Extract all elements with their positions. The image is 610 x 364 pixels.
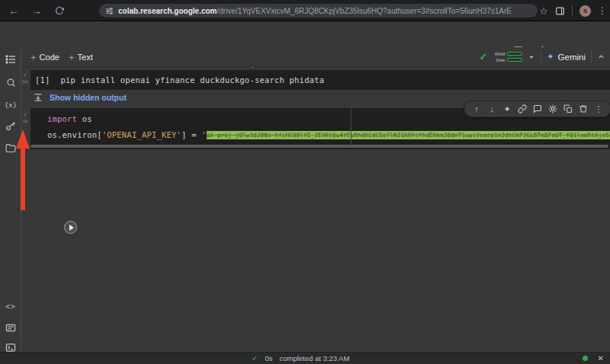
code-text: = [187, 130, 202, 139]
add-comment-icon[interactable] [532, 104, 543, 113]
close-status-bar-icon[interactable]: ✕ [598, 354, 604, 362]
move-cell-down-icon[interactable]: ↓ [486, 104, 497, 113]
toolbar-divider [591, 52, 592, 62]
colab-app-window: ← → colab.research.google.com/drive/1YqV… [0, 0, 610, 364]
copy-link-to-cell-icon[interactable] [517, 104, 528, 113]
string-openai-api-key: 'OPENAI_API_KEY' [102, 130, 181, 139]
colab-header: Untitled0.ipynb ☆ File Edit View Insert … [0, 21, 610, 47]
side-panel-icon[interactable] [555, 6, 565, 16]
browser-profile-avatar[interactable]: S [580, 5, 591, 17]
gemini-spark-icon: ✦ [547, 52, 554, 62]
red-annotation-arrow-head [16, 129, 30, 148]
add-text-button[interactable]: + Text [69, 51, 93, 63]
more-cell-actions-icon[interactable]: ⋮ [593, 104, 604, 114]
collapse-toolbar-icon[interactable] [597, 53, 605, 61]
code-snippets-icon[interactable]: <> [0, 297, 21, 315]
cell1-success-check-icon: ✓ [20, 72, 30, 78]
gemini-label: Gemini [558, 53, 586, 62]
show-hidden-output-button[interactable]: Show hidden output [34, 93, 127, 102]
site-settings-tune-icon[interactable] [105, 7, 114, 15]
bookmark-star-icon[interactable]: ☆ [539, 5, 548, 17]
url-domain: colab.research.google.com [118, 7, 217, 15]
ram-usage-bar [507, 52, 522, 56]
table-of-contents-icon[interactable] [0, 50, 21, 69]
code-text: os.environ [47, 130, 97, 139]
cell2-success-check-icon: ✓ [20, 111, 30, 118]
show-hidden-output-link[interactable]: Show hidden output [50, 93, 127, 102]
address-bar[interactable]: colab.research.google.com/drive/1YqVEXVx… [99, 4, 538, 18]
expand-output-icon [34, 93, 43, 102]
browser-back-icon[interactable]: ← [5, 2, 23, 20]
delete-cell-trash-icon[interactable] [578, 104, 589, 113]
gemini-spark-icon[interactable]: ✦ [502, 104, 512, 114]
run-cell-button[interactable] [64, 221, 77, 234]
toolbar-divider [541, 52, 541, 62]
ram-label: RAM [493, 52, 505, 56]
browser-toolbar: ← → colab.research.google.com/drive/1YqV… [0, 0, 610, 21]
red-annotation-arrow [21, 148, 25, 210]
cell1-exec-time: 11s [19, 79, 31, 84]
status-check-icon: ✓ [252, 354, 258, 362]
url-path: /drive/1YqVEXVxicvM_6RJQ8CKpjVbZ35lsu6HQ… [217, 7, 512, 15]
plus-icon: + [30, 52, 37, 63]
move-cell-up-icon[interactable]: ↑ [471, 104, 482, 113]
cell1-code[interactable]: pip install openai yfinance duckduckgo-s… [61, 75, 325, 85]
browser-reload-icon[interactable] [50, 2, 69, 20]
editor-column-ruler [351, 108, 352, 145]
search-icon[interactable] [0, 73, 21, 91]
disk-usage-bar [507, 58, 522, 62]
browser-forward-icon[interactable]: → [27, 2, 46, 20]
status-duration: 0s [265, 354, 272, 362]
toolbar-divider [572, 5, 573, 16]
disk-label: Disk [493, 58, 505, 62]
runtime-health-dot [583, 356, 588, 361]
keyword-import: import [47, 114, 77, 123]
add-code-label: Code [40, 53, 59, 62]
cell-actions-toolbar: ↑ ↓ ✦ ⋮ [464, 101, 610, 117]
add-text-label: Text [78, 53, 93, 62]
plus-icon: + [69, 52, 75, 63]
command-palette-icon[interactable] [0, 318, 21, 337]
code-cell-1[interactable]: [1]pip install openai yfinance duckduckg… [30, 70, 610, 90]
status-message: completed at 3:23 AM [279, 354, 349, 362]
variables-icon[interactable]: {x} [0, 96, 21, 114]
copy-cell-icon[interactable] [563, 104, 573, 113]
cell2-exec-time: 0s [19, 119, 31, 123]
cell1-exec-count: [1] [35, 75, 50, 85]
code-text: os [77, 114, 92, 123]
notebook-toolbar: + Code + Text ✓ RAM Disk ✦ Gemini [21, 47, 610, 67]
cell2-horizontal-scrollbar[interactable] [30, 145, 608, 148]
execution-status-bar: ✓ 0s completed at 3:23 AM ✕ [0, 352, 610, 364]
gemini-button[interactable]: ✦ Gemini [547, 52, 586, 62]
connected-check-icon: ✓ [479, 51, 487, 62]
play-icon [69, 225, 74, 231]
add-code-button[interactable]: + Code [30, 51, 59, 63]
redacted-api-key-highlight: ak-proj-jQlw3dJ8Ns-hfiHC88lYE_JEVKtQu4YE… [207, 131, 610, 139]
redacted-api-key-text: ak-proj-jQlw3dJ8Ns-hfiHC88lYE_JEVKtQu4YE… [207, 131, 610, 139]
runtime-dropdown-icon[interactable] [528, 53, 535, 61]
cell-settings-gear-icon[interactable] [547, 104, 558, 113]
browser-menu-icon[interactable]: ⋮ [598, 5, 607, 16]
resource-usage-widget[interactable]: RAM Disk [493, 52, 522, 62]
left-sidebar: {x} <> [0, 47, 21, 352]
